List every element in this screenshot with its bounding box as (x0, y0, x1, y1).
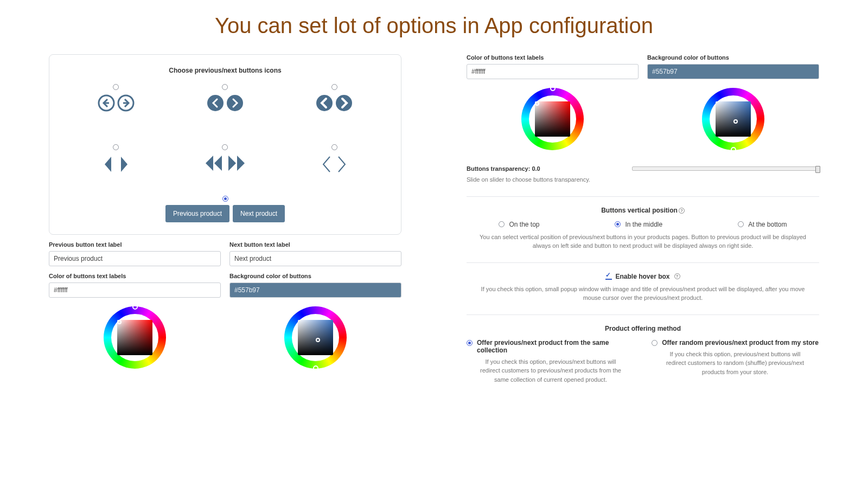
text-color-label-right: Color of buttons text labels (467, 54, 639, 61)
bg-color-label-right: Background color of buttons (647, 54, 819, 61)
preview-prev-button: Previous product (165, 205, 229, 222)
slider-thumb-icon (815, 166, 820, 173)
chevron-thin-icon (320, 155, 348, 174)
next-label-input[interactable] (229, 251, 401, 266)
info-icon[interactable]: ? (674, 273, 680, 279)
svg-point-4 (316, 95, 333, 111)
offering-option-random[interactable]: Offer random previous/next product from … (651, 339, 819, 346)
vpos-title: Buttons vertical position? (467, 207, 819, 214)
radio-icon (222, 84, 228, 90)
offering-option-same-collection[interactable]: Offer previous/next product from the sam… (467, 339, 635, 354)
icon-option-7-radio[interactable] (222, 196, 228, 202)
svg-point-2 (207, 95, 224, 111)
vpos-bottom-option[interactable]: At the bottom (738, 221, 787, 228)
info-icon[interactable]: ? (679, 208, 685, 214)
color-picker-text-right[interactable] (521, 88, 584, 150)
prev-label-input[interactable] (49, 251, 221, 266)
vpos-help: You can select vertical position of prev… (467, 233, 819, 251)
text-buttons-preview: Previous product Next product (165, 205, 285, 222)
icon-option-1[interactable] (61, 84, 170, 112)
caret-solid-icon (102, 155, 130, 174)
preview-next-button: Next product (233, 205, 285, 222)
color-picker-text-left[interactable] (104, 306, 166, 369)
radio-icon (113, 144, 119, 150)
radio-icon (738, 221, 744, 227)
bg-color-input-left[interactable] (229, 282, 401, 298)
transparency-help: Slide on slider to choose buttons transp… (467, 175, 610, 184)
transparency-slider[interactable] (632, 166, 819, 171)
icon-option-3[interactable] (280, 84, 389, 112)
radio-icon (331, 144, 337, 150)
chevron-circled-filled-icon (207, 94, 244, 112)
text-color-input-left[interactable] (49, 282, 221, 298)
offering-opt1-help: If you check this option, previous/next … (467, 357, 635, 384)
next-label-field-label: Next button text label (229, 241, 401, 248)
transparency-label: Buttons transparency: 0.0 (467, 165, 610, 172)
svg-point-5 (336, 95, 352, 111)
page-title: You can set lot of options in App config… (0, 14, 868, 38)
icon-selector-panel: Choose previous/next buttons icons (49, 54, 401, 235)
text-color-label-left: Color of buttons text labels (49, 273, 221, 279)
svg-point-3 (227, 95, 243, 111)
offering-title: Product offering method (467, 325, 819, 332)
vpos-middle-option[interactable]: In the middle (615, 221, 662, 228)
double-caret-icon (205, 155, 246, 172)
hover-help: If you check this option, small popup wi… (467, 285, 819, 303)
prev-label-field-label: Previous button text label (49, 241, 221, 248)
color-picker-bg-left[interactable] (284, 306, 347, 369)
text-color-input-right[interactable] (467, 64, 639, 79)
icon-option-2[interactable] (170, 84, 279, 112)
bg-color-label-left: Background color of buttons (229, 273, 401, 279)
hover-label: Enable hover box (615, 273, 669, 280)
color-picker-bg-right[interactable] (702, 88, 764, 150)
icon-selector-title: Choose previous/next buttons icons (61, 67, 389, 74)
icon-option-5[interactable] (170, 144, 279, 174)
radio-icon (467, 340, 473, 346)
radio-icon (499, 221, 505, 227)
arrow-circled-outline-icon (98, 94, 135, 112)
icon-option-4[interactable] (61, 144, 170, 174)
bg-color-input-right[interactable] (647, 64, 819, 79)
radio-icon (113, 84, 119, 90)
radio-icon (652, 340, 658, 346)
offering-opt2-help: If you check this option, previous/next … (651, 350, 819, 377)
vpos-top-option[interactable]: On the top (499, 221, 539, 228)
radio-icon (331, 84, 337, 90)
icon-option-6[interactable] (280, 144, 389, 174)
hover-checkbox[interactable] (605, 273, 612, 280)
radio-icon (222, 144, 228, 150)
radio-icon (615, 221, 621, 227)
chevron-circled-bold-icon (316, 94, 353, 112)
